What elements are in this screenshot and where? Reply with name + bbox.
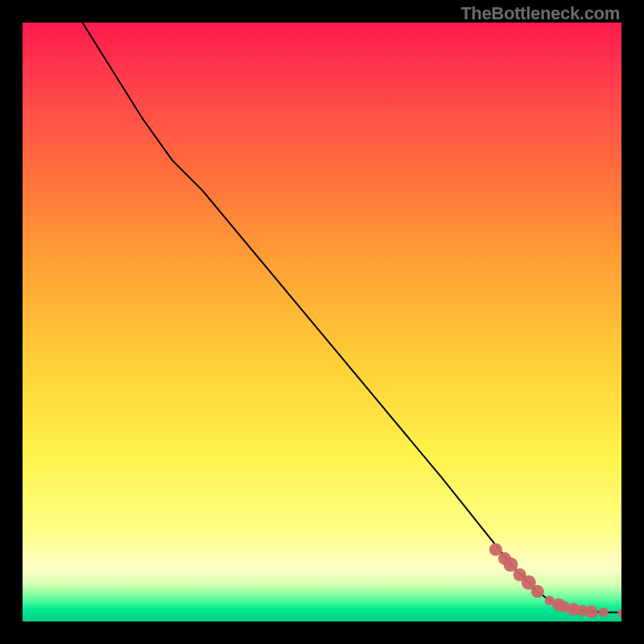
chart-container: TheBottleneck.com — [0, 0, 644, 644]
attribution-text: TheBottleneck.com — [460, 3, 620, 24]
plot-gradient-background — [23, 23, 621, 621]
